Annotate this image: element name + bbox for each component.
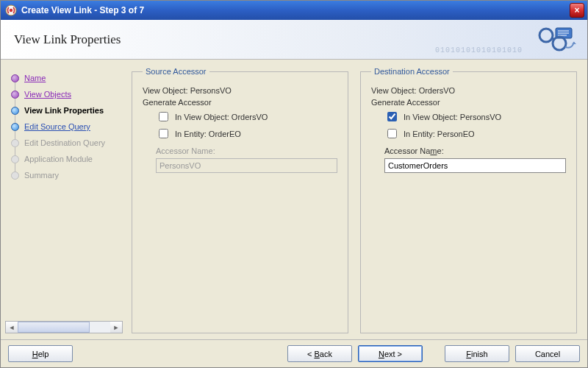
dest-in-view-object-text: In View Object: PersonsVO [404,113,501,121]
sidebar-horizontal-scrollbar[interactable]: ◄ ► [5,321,123,333]
header-wizard-icon [531,26,578,54]
page-title: View Link Properties [14,32,121,47]
source-accessor-panel: Source Accessor View Object: PersonsVO G… [132,67,348,333]
dest-accessor-name-label: Accessor Name: [384,146,444,155]
cancel-button[interactable]: Cancel [515,345,580,362]
source-in-view-object-text: In View Object: OrdersVO [175,113,268,121]
scroll-left-arrow-icon[interactable]: ◄ [6,322,18,333]
step-indicator-icon [11,171,19,180]
svg-point-6 [539,29,553,42]
next-button[interactable]: Next > [358,345,423,362]
source-in-entity-text: In Entity: OrderEO [175,130,241,138]
wizard-step-view-objects[interactable]: View Objects [5,86,123,102]
scroll-right-arrow-icon[interactable]: ► [110,322,122,333]
app-icon [5,4,17,16]
title-bar: Create View Link - Step 3 of 7 × [1,1,587,20]
step-indicator-icon [11,155,19,163]
source-accessor-legend: Source Accessor [143,67,209,76]
wizard-step-application-module: Application Module [5,151,123,167]
source-in-view-object-checkbox[interactable]: In View Object: OrdersVO [156,110,337,124]
wizard-step-label[interactable]: Edit Source Query [24,122,90,131]
wizard-step-label[interactable]: View Objects [24,90,71,99]
step-indicator-icon [11,74,19,82]
close-button[interactable]: × [570,3,584,18]
wizard-step-name[interactable]: Name [5,70,123,86]
source-view-object-value: PersonsVO [190,86,232,95]
finish-button[interactable]: Finish [445,345,509,362]
step-indicator-icon [11,139,19,147]
destination-accessor-panel: Destination Accessor View Object: Orders… [360,67,577,333]
wizard-step-label: Application Module [24,155,93,163]
dest-view-object-label: View Object: [371,86,417,95]
wizard-step-label: Summary [24,171,59,180]
source-accessor-name-input [156,158,337,173]
wizard-step-summary: Summary [5,167,123,183]
dest-in-entity-checkbox[interactable]: In Entity: PersonEO [384,127,566,141]
dest-generate-label: Generate Accessor [371,98,440,107]
source-accessor-name-label: Accessor Name: [156,146,215,155]
dest-accessor-name-input[interactable] [384,158,566,173]
wizard-step-edit-destination-query: Edit Destination Query [5,135,123,151]
dest-view-object-value: OrdersVO [419,86,456,95]
source-in-entity-checkbox[interactable]: In Entity: OrderEO [156,127,337,141]
help-button[interactable]: Help [8,345,73,362]
step-indicator-icon [11,123,19,131]
step-indicator-icon [11,91,19,99]
wizard-header: View Link Properties 01010101010101010 [1,20,587,60]
window-title: Create View Link - Step 3 of 7 [21,5,144,15]
wizard-step-view-link-properties: View Link Properties [5,102,123,118]
wizard-step-edit-source-query[interactable]: Edit Source Query [5,118,123,135]
source-view-object-label: View Object: [143,86,188,95]
dest-in-view-object-checkbox[interactable]: In View Object: PersonsVO [384,110,566,124]
back-button[interactable]: < Back [287,345,352,362]
step-indicator-icon [11,107,19,115]
source-generate-label: Generate Accessor [143,98,212,107]
wizard-step-label[interactable]: Name [24,74,46,82]
destination-accessor-legend: Destination Accessor [371,67,453,76]
wizard-step-label: View Link Properties [24,106,104,115]
svg-point-1 [10,9,12,12]
wizard-step-sidebar: NameView ObjectsView Link PropertiesEdit… [1,60,127,339]
wizard-footer: Help < Back Next > Finish Cancel [1,339,587,367]
scroll-track[interactable] [18,322,110,333]
decorative-binary: 01010101010101010 [435,46,523,54]
svg-marker-8 [572,42,576,44]
dest-in-entity-text: In Entity: PersonEO [404,130,475,138]
scroll-thumb[interactable] [18,322,90,333]
wizard-window: Create View Link - Step 3 of 7 × View Li… [0,0,588,368]
wizard-step-label: Edit Destination Query [24,138,105,147]
close-icon: × [574,5,579,15]
